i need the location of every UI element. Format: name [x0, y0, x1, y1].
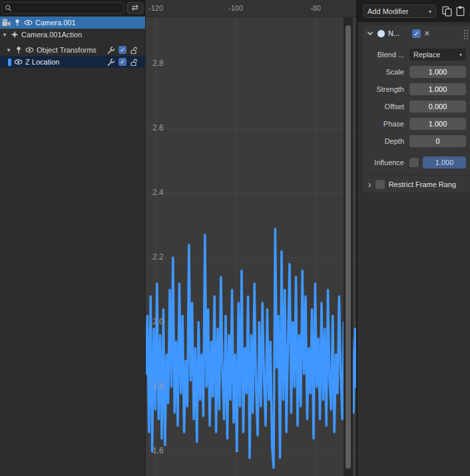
swap-arrows-icon: ⇄	[132, 3, 138, 12]
chevron-down-icon: ▾	[429, 9, 431, 15]
copy-icon	[441, 5, 453, 17]
offset-label: Offset	[363, 103, 404, 111]
fmodifier-icon	[377, 30, 385, 37]
close-icon[interactable]: ×	[424, 29, 429, 38]
curve-color-swatch	[8, 59, 11, 66]
phase-label: Phase	[363, 120, 404, 128]
check-icon: ✓	[120, 47, 125, 53]
blend-type-value: Replace	[413, 51, 440, 59]
search-field[interactable]	[1, 2, 124, 14]
search-input[interactable]	[15, 4, 120, 12]
restrict-frame-range-row[interactable]: › Restrict Frame Rang	[363, 175, 470, 187]
fcurve-canvas[interactable]	[146, 0, 356, 476]
graph-view[interactable]: -120-100-80 2.82.62.42.22.01.81.6	[145, 0, 356, 476]
channel-row-object-transforms[interactable]: ▼ Object Transforms ✓	[0, 44, 145, 56]
channel-row-z-location[interactable]: Z Location ✓	[0, 56, 145, 68]
channel-row-controls: ✓	[107, 58, 145, 67]
vertical-scrollbar[interactable]	[344, 17, 353, 476]
check-icon: ✓	[120, 59, 125, 65]
channel-list-panel: ⇄ Camera.001 ▼ Camera.001Action	[0, 0, 145, 476]
offset-field[interactable]: 0.000	[409, 101, 466, 113]
scale-label: Scale	[363, 68, 404, 76]
panel-expand-icon[interactable]	[366, 29, 374, 37]
channel-enable-checkbox[interactable]: ✓	[118, 58, 126, 66]
eye-icon[interactable]	[14, 58, 23, 66]
blend-type-label: Blend ...	[363, 51, 404, 59]
channel-label: Camera.001Action	[21, 31, 82, 39]
channel-label: Z Location	[25, 58, 59, 66]
strength-field[interactable]: 1.000	[409, 83, 466, 95]
channel-enable-checkbox[interactable]: ✓	[118, 46, 126, 54]
restrict-frame-range-label: Restrict Frame Rang	[389, 180, 456, 188]
modifier-header[interactable]: N... ✓ ×	[363, 25, 470, 41]
blend-type-dropdown[interactable]: Replace ▾	[409, 49, 466, 61]
strength-label: Strength	[363, 85, 404, 93]
add-modifier-dropdown[interactable]: Add Modifier ▾	[363, 5, 436, 18]
depth-field[interactable]: 0	[409, 135, 466, 147]
modifiers-sidebar: Add Modifier ▾	[356, 0, 470, 476]
channel-row-action[interactable]: ▼ Camera.001Action	[0, 29, 145, 41]
scale-field[interactable]: 1.000	[409, 66, 466, 78]
action-icon	[11, 31, 19, 39]
pin-icon	[15, 46, 23, 54]
modifier-enable-checkbox[interactable]: ✓	[412, 29, 421, 38]
add-modifier-label: Add Modifier	[367, 7, 409, 15]
channel-row-controls: ✓	[107, 46, 145, 55]
influence-label: Influence	[363, 158, 404, 166]
drag-handle-icon[interactable]	[464, 33, 465, 34]
eye-icon[interactable]	[24, 19, 33, 27]
chevron-down-icon: ▾	[459, 52, 462, 58]
unlock-icon[interactable]	[130, 46, 138, 55]
channel-label: Camera.001	[35, 19, 76, 27]
pin-icon	[13, 19, 21, 27]
scrollbar-thumb[interactable]	[346, 25, 351, 469]
search-icon	[5, 4, 12, 12]
collapse-icon[interactable]: ▼	[1, 32, 8, 38]
phase-field[interactable]: 1.000	[409, 118, 466, 130]
influence-field[interactable]: 1.000	[423, 156, 466, 168]
collapse-icon[interactable]: ▼	[5, 47, 12, 53]
paste-icon	[455, 5, 466, 17]
fcurve-line[interactable]	[146, 228, 356, 467]
check-icon: ✓	[413, 30, 419, 37]
channel-row-camera[interactable]: Camera.001	[0, 17, 145, 29]
wrench-icon	[107, 58, 115, 67]
influence-checkbox[interactable]	[409, 158, 419, 167]
paste-modifiers-button[interactable]	[455, 5, 466, 17]
modifier-name: N...	[388, 29, 399, 37]
filter-toggle-button[interactable]: ⇄	[126, 2, 144, 14]
channel-label: Object Transforms	[37, 46, 97, 54]
restrict-frame-range-checkbox[interactable]	[375, 180, 385, 189]
eye-icon[interactable]	[25, 46, 34, 54]
chevron-right-icon: ›	[368, 180, 371, 188]
depth-label: Depth	[363, 137, 404, 145]
unlock-icon[interactable]	[130, 58, 138, 67]
camera-icon	[2, 19, 11, 27]
copy-modifiers-button[interactable]	[441, 5, 453, 17]
wrench-icon	[107, 46, 115, 55]
graph-editor-window: ⇄ Camera.001 ▼ Camera.001Action	[0, 0, 470, 476]
modifiers-header: Add Modifier ▾	[357, 0, 470, 22]
noise-modifier-panel: N... ✓ × Blend ... Replace ▾ Scale 1.000	[363, 25, 470, 192]
channel-search-bar: ⇄	[0, 0, 145, 16]
